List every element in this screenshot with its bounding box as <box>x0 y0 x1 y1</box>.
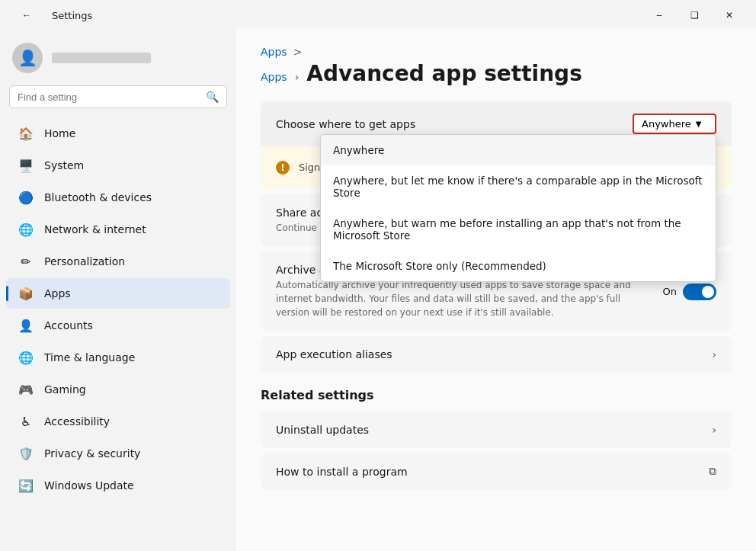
search-input[interactable] <box>18 91 200 103</box>
sidebar-item-home[interactable]: 🏠 Home <box>6 118 230 149</box>
update-icon: 🔄 <box>18 478 34 493</box>
personalization-icon: ✏️ <box>18 254 34 269</box>
sidebar: 👤 🔍 🏠 Home 🖥️ System 🔵 Bluetooth & devic… <box>0 27 236 551</box>
sidebar-item-accounts[interactable]: 👤 Accounts <box>6 310 230 341</box>
sidebar-label-bluetooth: Bluetooth & devices <box>44 191 152 203</box>
how-to-install-info: How to install a program <box>276 466 709 478</box>
warning-icon: ! <box>276 161 290 175</box>
sidebar-item-network[interactable]: 🌐 Network & internet <box>6 214 230 245</box>
avatar: 👤 <box>12 43 43 73</box>
sidebar-label-system: System <box>44 159 84 171</box>
sidebar-item-windows-update[interactable]: 🔄 Windows Update <box>6 470 230 501</box>
chevron-icon-exec: › <box>712 348 716 360</box>
external-link-icon: ⧉ <box>709 465 716 478</box>
sidebar-label-accounts: Accounts <box>44 319 93 332</box>
user-name-placeholder <box>52 53 151 63</box>
dropdown-value: Anywhere <box>642 118 691 130</box>
window-controls: – ❑ ✕ <box>642 5 747 26</box>
apps-icon: 📦 <box>18 286 34 301</box>
breadcrumb-parent[interactable]: Apps <box>261 46 287 58</box>
app-container: 👤 🔍 🏠 Home 🖥️ System 🔵 Bluetooth & devic… <box>0 27 756 551</box>
how-to-install-title: How to install a program <box>276 466 709 478</box>
uninstall-title: Uninstall updates <box>276 424 712 436</box>
archive-desc: Automatically archive your infrequently … <box>276 278 642 319</box>
privacy-icon: 🛡️ <box>18 446 34 461</box>
app-execution-info: App execution aliases <box>276 348 712 360</box>
dropdown-selected[interactable]: Anywhere ▼ <box>633 114 716 134</box>
search-icon: 🔍 <box>206 91 219 103</box>
choose-where-card: Choose where to get apps Anywhere ▼ Anyw… <box>261 101 732 188</box>
toggle-label: On <box>663 286 677 297</box>
sidebar-item-bluetooth[interactable]: 🔵 Bluetooth & devices <box>6 182 230 213</box>
choose-where-row: Choose where to get apps Anywhere ▼ Anyw… <box>261 101 732 146</box>
accessibility-icon: ♿ <box>18 414 34 429</box>
dropdown-container: Anywhere ▼ Anywhere Anywhere, but let me… <box>633 114 716 134</box>
archive-toggle-container: On <box>663 284 716 300</box>
dropdown-chevron-icon: ▼ <box>696 120 702 128</box>
sidebar-item-privacy[interactable]: 🛡️ Privacy & security <box>6 438 230 469</box>
network-icon: 🌐 <box>18 222 34 237</box>
back-button[interactable]: ← <box>9 5 44 26</box>
user-profile: 👤 <box>0 34 236 85</box>
page-title: Advanced app settings <box>306 61 582 86</box>
sidebar-label-gaming: Gaming <box>44 383 86 396</box>
breadcrumb: Apps > <box>261 46 732 58</box>
sidebar-label-apps: Apps <box>44 287 71 300</box>
title-bar: ← Settings – ❑ ✕ <box>0 0 756 27</box>
breadcrumb-arrow: › <box>295 71 300 83</box>
sidebar-item-personalization[interactable]: ✏️ Personalization <box>6 246 230 277</box>
sidebar-item-time-language[interactable]: 🌐 Time & language <box>6 342 230 373</box>
dropdown-option-anywhere[interactable]: Anywhere <box>321 135 716 165</box>
choose-where-label: Choose where to get apps <box>276 118 415 130</box>
dropdown-option-store-only[interactable]: The Microsoft Store only (Recommended) <box>321 251 716 281</box>
sidebar-label-privacy: Privacy & security <box>44 447 140 460</box>
dropdown-menu: Anywhere Anywhere, but let me know if th… <box>320 134 716 282</box>
sidebar-label-time: Time & language <box>44 351 135 364</box>
breadcrumb-apps-link[interactable]: Apps <box>261 71 287 83</box>
sidebar-item-system[interactable]: 🖥️ System <box>6 150 230 181</box>
minimize-button[interactable]: – <box>642 5 677 26</box>
gaming-icon: 🎮 <box>18 382 34 397</box>
app-title: Settings <box>52 10 92 21</box>
sidebar-label-accessibility: Accessibility <box>44 415 110 428</box>
maximize-button[interactable]: ❑ <box>677 5 712 26</box>
dropdown-option-anywhere-warn[interactable]: Anywhere, but warn me before installing … <box>321 208 716 251</box>
sidebar-label-personalization: Personalization <box>44 255 125 267</box>
title-bar-left: ← Settings <box>9 5 92 26</box>
sidebar-label-update: Windows Update <box>44 479 134 492</box>
dropdown-option-anywhere-notify[interactable]: Anywhere, but let me know if there's a c… <box>321 165 716 208</box>
uninstall-updates-row[interactable]: Uninstall updates › <box>261 412 732 448</box>
search-box[interactable]: 🔍 <box>9 85 227 108</box>
how-to-install-row[interactable]: How to install a program ⧉ <box>261 453 732 490</box>
system-icon: 🖥️ <box>18 158 34 173</box>
content-area: Apps > Apps › Advanced app settings Choo… <box>236 27 756 551</box>
accounts-icon: 👤 <box>18 318 34 333</box>
sidebar-label-network: Network & internet <box>44 223 146 235</box>
related-settings-title: Related settings <box>261 388 732 402</box>
time-icon: 🌐 <box>18 350 34 365</box>
sidebar-item-apps[interactable]: 📦 Apps <box>6 278 230 309</box>
sidebar-item-gaming[interactable]: 🎮 Gaming <box>6 374 230 405</box>
bluetooth-icon: 🔵 <box>18 190 34 205</box>
app-execution-title: App execution aliases <box>276 348 712 360</box>
breadcrumb-separator: > <box>293 46 303 58</box>
archive-toggle[interactable] <box>683 284 716 300</box>
close-button[interactable]: ✕ <box>712 5 747 26</box>
sidebar-label-home: Home <box>44 127 75 139</box>
uninstall-updates-info: Uninstall updates <box>276 424 712 436</box>
app-execution-row[interactable]: App execution aliases › <box>261 336 732 373</box>
sidebar-item-accessibility[interactable]: ♿ Accessibility <box>6 406 230 437</box>
chevron-icon-uninstall: › <box>712 424 716 436</box>
home-icon: 🏠 <box>18 126 34 141</box>
